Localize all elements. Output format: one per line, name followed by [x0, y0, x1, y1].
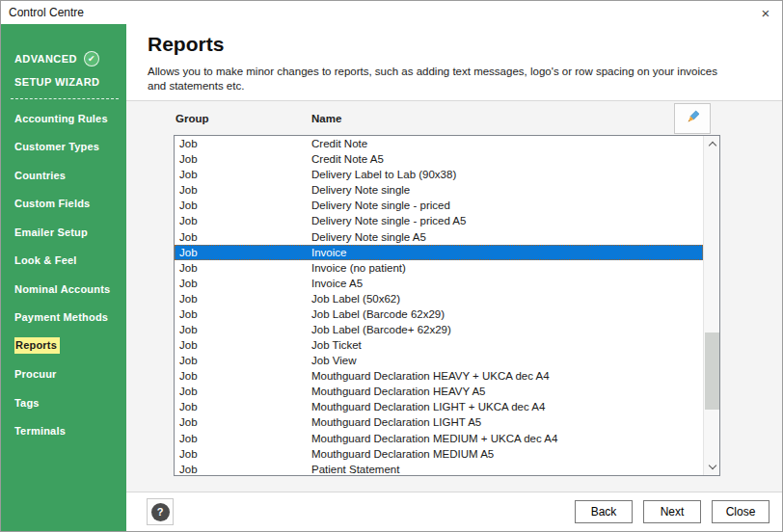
scroll-up-icon[interactable]: [704, 136, 720, 152]
sidebar-item-accounting-rules[interactable]: Accounting Rules: [1, 104, 126, 133]
scroll-down-icon[interactable]: [704, 459, 720, 475]
report-name-cell: Mouthguard Declaration LIGHT + UKCA dec …: [311, 401, 703, 412]
report-row[interactable]: JobMouthguard Declaration LIGHT + UKCA d…: [175, 399, 703, 414]
report-name-cell: Credit Note A5: [311, 153, 703, 165]
sidebar-item-emailer-setup[interactable]: Emailer Setup: [1, 218, 126, 247]
report-group-cell: Job: [175, 200, 311, 211]
report-row[interactable]: JobInvoice (no patient): [175, 260, 703, 276]
sidebar-item-customer-types[interactable]: Customer Types: [1, 133, 126, 162]
column-headers: Group Name: [126, 101, 782, 134]
report-group-cell: Job: [175, 262, 311, 274]
report-name-cell: Job Ticket: [311, 339, 703, 351]
report-row[interactable]: JobMouthguard Declaration MEDIUM A5: [175, 446, 703, 462]
sidebar-item-label: Customer Types: [14, 141, 99, 152]
footer-bar: ? Back Next Close: [126, 492, 782, 531]
report-row[interactable]: JobMouthguard Declaration HEAVY + UKCA d…: [175, 368, 703, 384]
report-group-cell: Job: [175, 433, 311, 444]
control-centre-window: Control Centre × ADVANCED ✔ SETUP WIZARD…: [0, 0, 783, 532]
report-name-cell: Mouthguard Declaration HEAVY + UKCA dec …: [311, 370, 703, 382]
report-row[interactable]: JobDelivery Note single - priced: [175, 198, 703, 213]
setup-wizard-label: SETUP WIZARD: [1, 76, 126, 88]
sidebar-item-countries[interactable]: Countries: [1, 161, 126, 190]
report-group-cell: Job: [175, 355, 311, 366]
sidebar-item-terminals[interactable]: Terminals: [1, 417, 126, 446]
report-row[interactable]: JobMouthguard Declaration MEDIUM + UKCA …: [175, 430, 703, 445]
page-description: Allows you to make minor changes to repo…: [148, 65, 732, 93]
report-name-cell: Delivery Note single A5: [311, 231, 703, 243]
report-row[interactable]: JobJob Ticket: [175, 337, 703, 353]
sidebar-item-nominal-accounts[interactable]: Nominal Accounts: [1, 275, 126, 304]
advanced-label: ADVANCED: [14, 53, 77, 65]
sidebar-item-label: Nominal Accounts: [14, 283, 110, 295]
report-name-cell: Job Label (Barcode+ 62x29): [311, 324, 703, 335]
help-button[interactable]: ?: [147, 498, 174, 525]
back-button[interactable]: Back: [575, 500, 633, 523]
report-row[interactable]: JobInvoice A5: [175, 276, 703, 291]
report-name-cell: Invoice A5: [311, 278, 703, 289]
sidebar-item-custom-fields[interactable]: Custom Fields: [1, 190, 126, 219]
report-row[interactable]: JobJob Label (50x62): [175, 291, 703, 306]
report-group-cell: Job: [175, 169, 311, 180]
page-title: Reports: [148, 33, 224, 56]
report-group-cell: Job: [175, 339, 311, 351]
report-group-cell: Job: [175, 416, 311, 428]
sidebar-item-label: Emailer Setup: [14, 226, 88, 238]
sidebar-item-label: Payment Methods: [14, 311, 108, 323]
report-name-cell: Job Label (50x62): [311, 293, 703, 305]
sidebar-item-payment-methods[interactable]: Payment Methods: [1, 304, 126, 332]
report-list[interactable]: JobCredit NoteJobCredit Note A5JobDelive…: [174, 135, 720, 476]
report-row[interactable]: JobJob Label (Barcode+ 62x29): [175, 322, 703, 337]
report-group-cell: Job: [175, 308, 311, 320]
report-row[interactable]: JobJob View: [175, 353, 703, 368]
report-group-cell: Job: [175, 464, 311, 475]
report-row[interactable]: JobDelivery Label to Lab (90x38): [175, 167, 703, 182]
sidebar: ADVANCED ✔ SETUP WIZARD Accounting Rules…: [1, 24, 126, 531]
report-group-cell: Job: [175, 448, 311, 460]
sidebar-divider: [11, 98, 119, 99]
footer-buttons: Back Next Close: [575, 500, 770, 523]
edit-report-button[interactable]: [674, 103, 711, 134]
close-button[interactable]: Close: [712, 500, 770, 523]
main-panel: Reports Allows you to make minor changes…: [126, 24, 782, 531]
report-row[interactable]: JobInvoice: [175, 245, 703, 260]
report-name-cell: Mouthguard Declaration LIGHT A5: [311, 416, 703, 428]
sidebar-item-look-feel[interactable]: Look & Feel: [1, 247, 126, 276]
sidebar-item-label: Reports: [14, 337, 60, 354]
report-name-cell: Mouthguard Declaration MEDIUM + UKCA dec…: [311, 433, 703, 444]
report-name-cell: Patient Statement: [311, 464, 703, 475]
sidebar-item-reports[interactable]: Reports: [1, 332, 126, 360]
sidebar-item-label: Terminals: [14, 425, 66, 437]
sidebar-item-label: Procuur: [14, 368, 57, 380]
report-row[interactable]: JobJob Label (Barcode 62x29): [175, 306, 703, 322]
report-name-cell: Mouthguard Declaration HEAVY A5: [311, 386, 703, 397]
report-name-cell: Invoice (no patient): [311, 262, 703, 274]
wizard-header: ADVANCED ✔: [1, 50, 126, 67]
report-group-cell: Job: [175, 247, 311, 258]
vertical-scrollbar[interactable]: [703, 136, 719, 475]
report-row[interactable]: JobDelivery Note single A5: [175, 228, 703, 244]
report-group-cell: Job: [175, 153, 311, 165]
report-row[interactable]: JobCredit Note: [175, 136, 703, 151]
report-row[interactable]: JobPatient Statement: [175, 462, 703, 476]
report-row[interactable]: JobCredit Note A5: [175, 151, 703, 167]
report-row[interactable]: JobDelivery Note single: [175, 182, 703, 198]
report-group-cell: Job: [175, 324, 311, 335]
window-title: Control Centre: [9, 6, 84, 19]
check-icon: ✔: [84, 51, 99, 66]
report-name-cell: Delivery Note single: [311, 184, 703, 196]
report-group-cell: Job: [175, 293, 311, 305]
report-row[interactable]: JobMouthguard Declaration HEAVY A5: [175, 384, 703, 399]
report-group-cell: Job: [175, 370, 311, 382]
sidebar-item-procuur[interactable]: Procuur: [1, 360, 126, 389]
sidebar-item-label: Accounting Rules: [14, 113, 108, 124]
sidebar-item-label: Countries: [14, 170, 66, 181]
report-name-cell: Job Label (Barcode 62x29): [311, 308, 703, 320]
next-button[interactable]: Next: [643, 500, 701, 523]
sidebar-item-tags[interactable]: Tags: [1, 388, 126, 417]
report-row[interactable]: JobMouthguard Declaration LIGHT A5: [175, 414, 703, 430]
column-header-group: Group: [176, 113, 209, 124]
report-row[interactable]: JobDelivery Note single - priced A5: [175, 213, 703, 228]
report-group-cell: Job: [175, 215, 311, 226]
close-icon[interactable]: ×: [749, 1, 782, 24]
scrollbar-thumb[interactable]: [705, 332, 719, 410]
